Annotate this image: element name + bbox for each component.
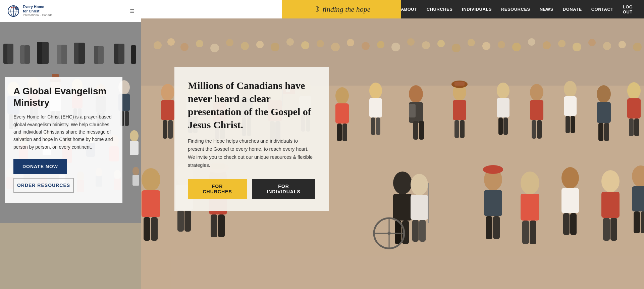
mobile-header: Every Home for Christ International · Ca…: [0, 0, 141, 22]
nav-donate[interactable]: DONATE: [563, 7, 582, 12]
donate-now-button[interactable]: DONATE NOW: [13, 159, 67, 174]
for-churches-button[interactable]: FOR CHURCHES: [188, 179, 247, 199]
svg-rect-21: [131, 45, 136, 64]
svg-point-4: [15, 7, 18, 10]
main-body: Finding the Hope helps churches and indi…: [188, 137, 315, 170]
cta-buttons: FOR CHURCHES FOR INDIVIDUALS: [188, 179, 315, 199]
nav-links: ABOUT CHURCHES INDIVIDUALS RESOURCES NEW…: [401, 4, 644, 14]
svg-rect-20: [118, 44, 124, 64]
svg-rect-6: [0, 223, 141, 289]
main-headline: Millions of Canadians have never heard a…: [188, 79, 315, 131]
svg-rect-47: [125, 111, 129, 126]
for-individuals-button[interactable]: FOR INDIVIDUALS: [252, 179, 315, 199]
svg-rect-18: [98, 46, 104, 64]
left-card-body: Every Home for Christ (EHC) is a prayer-…: [13, 113, 114, 151]
site-logo[interactable]: ☽ finding the hope: [282, 0, 401, 18]
svg-point-74: [132, 167, 139, 176]
mobile-panel: Every Home for Christ International · Ca…: [0, 0, 141, 289]
svg-point-58: [130, 130, 139, 142]
hamburger-menu[interactable]: ≡: [130, 7, 134, 15]
nav-individuals[interactable]: INDIVIDUALS: [462, 7, 492, 12]
nav-churches[interactable]: CHURCHES: [427, 7, 453, 12]
site-logo-text: finding the hope: [322, 5, 370, 14]
svg-rect-75: [132, 175, 139, 186]
logo-crescent-icon: ☽: [312, 4, 320, 14]
left-content-card: A Global Evangelism Ministry Every Home …: [5, 77, 122, 203]
nav-news[interactable]: NEWS: [540, 7, 553, 12]
svg-rect-8: [7, 44, 13, 64]
nav-logout[interactable]: LOG OUT: [623, 4, 634, 14]
main-content-box: Millions of Canadians have never heard a…: [174, 67, 329, 211]
main-site-panel: ☽ finding the hope ABOUT CHURCHES INDIVI…: [141, 0, 644, 289]
svg-rect-14: [61, 45, 67, 64]
mobile-org-name: Every Home for Christ International · Ca…: [23, 5, 53, 17]
nav-contact[interactable]: CONTACT: [591, 7, 613, 12]
svg-rect-10: [24, 45, 30, 64]
nav-about[interactable]: ABOUT: [401, 7, 417, 12]
top-navbar: ☽ finding the hope ABOUT CHURCHES INDIVI…: [282, 0, 644, 18]
svg-rect-59: [130, 141, 139, 155]
nav-resources[interactable]: RESOURCES: [501, 7, 530, 12]
order-resources-button[interactable]: ORDER RESOURCES: [13, 178, 74, 193]
mobile-logo: Every Home for Christ International · Ca…: [7, 4, 53, 18]
svg-rect-12: [42, 42, 49, 64]
left-card-title: A Global Evangelism Ministry: [13, 86, 114, 108]
logo-globe-icon: [7, 4, 20, 18]
svg-rect-16: [78, 43, 85, 64]
